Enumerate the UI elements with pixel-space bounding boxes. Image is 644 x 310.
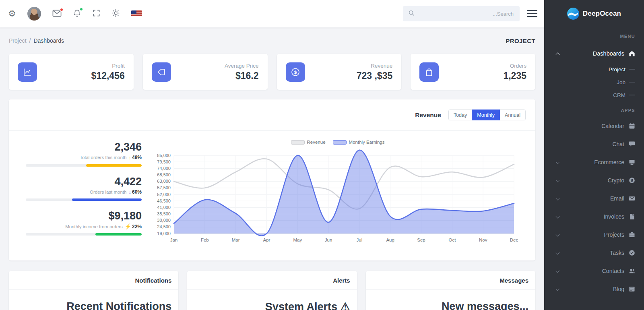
tree-dash xyxy=(629,69,635,70)
chart-legend: Revenue Monthly Earnings xyxy=(150,140,526,145)
svg-text:30,000: 30,000 xyxy=(157,218,171,223)
sidebar-item-contacts[interactable]: Contacts xyxy=(544,262,644,280)
revenue-card-body: 2,346 Total orders this month ↑ 48% 4,42… xyxy=(9,131,535,258)
sidebar-subitem-project[interactable]: Project xyxy=(544,63,644,76)
topbar: ⚙ xyxy=(0,0,544,27)
chevron-down-icon xyxy=(556,196,560,200)
legend-swatch xyxy=(333,140,347,145)
revenue-stats-column: 2,346 Total orders this month ↑ 48% 4,42… xyxy=(26,140,142,249)
main-content: Project / Dashboards PROJECT Profit $12,… xyxy=(0,27,544,310)
language-flag-us[interactable] xyxy=(131,10,142,17)
stat-title: Revenue xyxy=(357,63,393,69)
svg-text:$: $ xyxy=(294,70,297,75)
notifications-button[interactable] xyxy=(73,9,81,19)
fullscreen-icon xyxy=(93,9,100,18)
tree-dash xyxy=(629,82,635,83)
revenue-card: Revenue Today Monthly Annual 2,346 Total… xyxy=(9,99,535,260)
svg-text:68,500: 68,500 xyxy=(157,172,171,177)
breadcrumb-section[interactable]: Project xyxy=(9,37,27,44)
messages-heading: New messages... xyxy=(366,290,535,310)
stat-title: Profit xyxy=(91,63,125,69)
item-label: Chat xyxy=(612,141,624,147)
revenue-card-header: Revenue Today Monthly Annual xyxy=(9,99,535,131)
sidebar-item-dashboards[interactable]: Dashboards xyxy=(544,44,644,63)
sidebar-subitem-job[interactable]: Job xyxy=(544,76,644,89)
chevron-down-icon xyxy=(556,160,560,164)
chevron-down-icon xyxy=(556,233,560,237)
users-icon xyxy=(628,267,635,274)
stat-card-orders: Orders 1,235 xyxy=(411,54,535,90)
rev-stat-value: 4,422 xyxy=(26,176,142,188)
svg-text:May: May xyxy=(293,238,302,242)
svg-text:79,500: 79,500 xyxy=(157,159,171,164)
bitcoin-icon: B xyxy=(628,177,635,184)
legend-swatch xyxy=(291,140,305,145)
user-avatar[interactable] xyxy=(27,7,41,21)
stat-title: Average Price xyxy=(225,63,259,69)
item-label: Email xyxy=(610,195,624,202)
sidebar-item-blog[interactable]: Blog xyxy=(544,280,644,298)
sidebar: DeepOcean MENU Dashboards Project Job CR… xyxy=(544,0,644,310)
stat-value: 723 ,$35 xyxy=(357,70,393,81)
chevron-down-icon xyxy=(556,269,560,273)
svg-text:B: B xyxy=(630,178,633,182)
fullscreen-button[interactable] xyxy=(93,9,100,18)
apps-section-label: APPS xyxy=(544,101,644,115)
sidebar-item-ecommerce[interactable]: Ecommerce xyxy=(544,153,644,171)
legend-label: Revenue xyxy=(307,140,326,145)
messages-card: Messages New messages... xyxy=(366,271,535,310)
search-icon xyxy=(408,10,415,18)
range-button-monthly[interactable]: Monthly xyxy=(472,110,500,120)
range-button-today[interactable]: Today xyxy=(448,110,472,120)
sidebar-item-crypto[interactable]: Crypto B xyxy=(544,171,644,189)
item-label: Calendar xyxy=(601,123,624,129)
stat-card-profit: Profit $12,456 xyxy=(9,54,134,90)
range-button-annual[interactable]: Annual xyxy=(500,110,526,120)
svg-text:Jul: Jul xyxy=(357,238,363,242)
stat-title: Orders xyxy=(503,63,526,69)
card-title-messages: Messages xyxy=(366,271,535,290)
chart-canvas: 19,00024,50030,00035,50041,00046,50052,0… xyxy=(150,146,526,249)
rev-stat-percent: 60% xyxy=(132,189,142,195)
sidebar-subitem-crm[interactable]: CRM xyxy=(544,89,644,101)
sidebar-item-projects[interactable]: Projects xyxy=(544,225,644,244)
rev-stat-monthly-income: $9,180 Monthly income from orders ⚡ 22% xyxy=(26,210,142,236)
sidebar-item-tasks[interactable]: Tasks xyxy=(544,244,644,262)
search-input[interactable] xyxy=(418,10,514,17)
svg-text:24,500: 24,500 xyxy=(157,224,171,229)
dashboards-submenu: Project Job CRM xyxy=(544,63,644,101)
stat-value: $12,456 xyxy=(91,70,125,81)
search-box[interactable] xyxy=(403,6,520,21)
messages-button[interactable] xyxy=(52,9,62,19)
svg-text:Dec: Dec xyxy=(510,238,518,242)
settings-button[interactable]: ⚙ xyxy=(8,9,16,18)
rev-stat-total-orders: 2,346 Total orders this month ↑ 48% xyxy=(26,141,142,167)
svg-text:35,500: 35,500 xyxy=(157,211,171,216)
svg-text:Feb: Feb xyxy=(201,238,209,242)
blog-post-icon xyxy=(628,285,635,292)
svg-text:46,500: 46,500 xyxy=(157,198,171,203)
sidebar-item-chat[interactable]: Chat xyxy=(544,135,644,153)
bottom-cards-row: Notifications Recent Notifications Alert… xyxy=(9,271,535,310)
notifications-card: Notifications Recent Notifications xyxy=(9,271,178,310)
sidebar-item-email[interactable]: Email xyxy=(544,189,644,207)
stat-card-revenue: $ Revenue 723 ,$35 xyxy=(277,54,402,90)
breadcrumb: Project / Dashboards xyxy=(9,37,64,44)
item-label: Ecommerce xyxy=(594,159,624,165)
sidebar-item-calendar[interactable]: Calendar xyxy=(544,117,644,135)
stat-cards-row: Profit $12,456 Average Price $16.2 $ Rev… xyxy=(9,54,535,90)
legend-label: Monthly Earnings xyxy=(349,140,385,145)
dollar-circle-icon: $ xyxy=(286,62,305,82)
chevron-down-icon xyxy=(556,178,560,182)
brand-logo[interactable]: DeepOcean xyxy=(544,0,644,27)
progress-bar xyxy=(26,233,142,236)
theme-toggle-button[interactable] xyxy=(111,9,120,19)
menu-toggle-button[interactable] xyxy=(527,10,537,17)
stat-card-average-price: Average Price $16.2 xyxy=(143,54,268,90)
briefcase-icon xyxy=(628,231,635,238)
storefront-icon xyxy=(628,159,635,165)
notifications-heading: Recent Notifications xyxy=(9,290,178,310)
rev-stat-label: Total orders this month xyxy=(80,155,126,160)
svg-text:Aug: Aug xyxy=(386,238,394,242)
sidebar-item-invoices[interactable]: Invoices xyxy=(544,207,644,225)
